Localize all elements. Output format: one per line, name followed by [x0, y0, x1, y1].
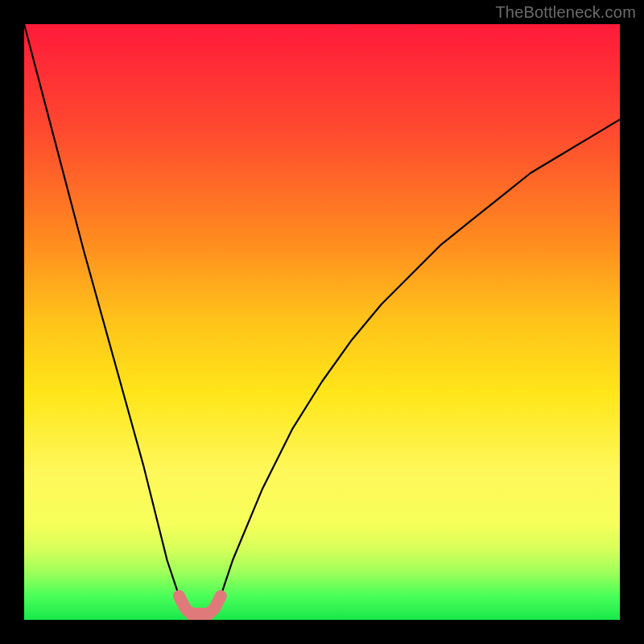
watermark-label: TheBottleneck.com [495, 3, 636, 22]
chart-plot-area [24, 24, 620, 620]
chart-svg [24, 24, 620, 620]
optimal-zone-marker [179, 596, 221, 613]
chart-frame: TheBottleneck.com [0, 0, 644, 644]
bottleneck-curve [24, 24, 620, 614]
